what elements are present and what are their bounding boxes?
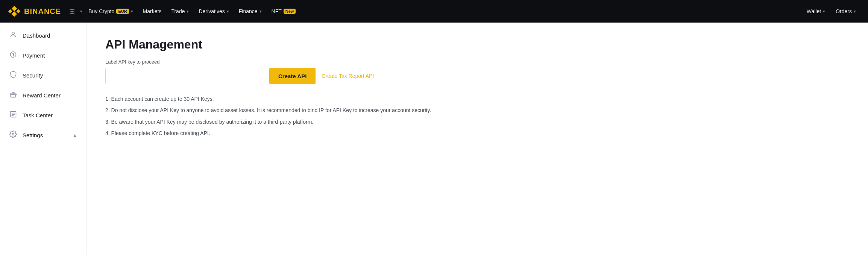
shield-icon bbox=[9, 71, 17, 80]
svg-marker-2 bbox=[16, 9, 20, 14]
nav-item-derivatives[interactable]: Derivatives ▾ bbox=[195, 0, 232, 23]
input-label: Label API key to proceed bbox=[105, 59, 849, 65]
sidebar-item-settings[interactable]: Settings ▲ bbox=[0, 125, 86, 145]
settings-icon bbox=[9, 131, 17, 140]
main-layout: Dashboard Payment Security bbox=[0, 23, 868, 255]
nav-item-trade[interactable]: Trade ▾ bbox=[167, 0, 193, 23]
top-navigation: BINANCE ⊞ ▾ Buy Crypto EUR ▾ Markets Tra… bbox=[0, 0, 868, 23]
buy-crypto-arrow: ▾ bbox=[131, 9, 133, 14]
notes-list: 1. Each account can create up to 30 API … bbox=[105, 95, 849, 138]
note-2: 2. Do not disclose your API Key to anyon… bbox=[105, 106, 849, 114]
grid-menu-arrow[interactable]: ▾ bbox=[80, 9, 82, 14]
dollar-icon bbox=[9, 51, 17, 60]
note-3: 3. Be aware that your API Key may be dis… bbox=[105, 118, 849, 126]
svg-rect-7 bbox=[11, 95, 15, 97]
nav-item-markets[interactable]: Markets bbox=[139, 0, 165, 23]
eur-badge: EUR bbox=[116, 9, 129, 14]
note-1: 1. Each account can create up to 30 API … bbox=[105, 95, 849, 103]
svg-marker-3 bbox=[12, 11, 17, 17]
api-key-input[interactable] bbox=[105, 68, 263, 84]
svg-point-9 bbox=[12, 134, 14, 135]
create-api-button[interactable]: Create API bbox=[269, 68, 316, 84]
svg-point-4 bbox=[12, 32, 15, 35]
nav-wallet[interactable]: Wallet ▾ bbox=[802, 0, 830, 23]
reward-icon bbox=[9, 91, 17, 100]
logo[interactable]: BINANCE bbox=[8, 5, 61, 18]
svg-marker-1 bbox=[8, 9, 12, 14]
finance-arrow: ▾ bbox=[259, 9, 262, 14]
api-input-row: Create API Create Tax Report API bbox=[105, 68, 849, 84]
sidebar-item-task-center[interactable]: Task Center bbox=[0, 105, 86, 125]
nav-orders[interactable]: Orders ▾ bbox=[831, 0, 860, 23]
settings-expand-icon: ▲ bbox=[73, 133, 77, 138]
nav-item-nft[interactable]: NFT New bbox=[268, 0, 300, 23]
note-4: 4. Please complete KYC before creating A… bbox=[105, 129, 849, 137]
wallet-arrow: ▾ bbox=[823, 9, 825, 14]
sidebar-item-dashboard[interactable]: Dashboard bbox=[0, 26, 86, 46]
person-icon bbox=[9, 31, 17, 40]
task-icon bbox=[9, 111, 17, 120]
new-badge: New bbox=[284, 9, 296, 14]
create-tax-report-link[interactable]: Create Tax Report API bbox=[322, 73, 374, 79]
sidebar-item-security[interactable]: Security bbox=[0, 65, 86, 85]
derivatives-arrow: ▾ bbox=[227, 9, 229, 14]
orders-arrow: ▾ bbox=[854, 9, 856, 14]
sidebar-item-payment[interactable]: Payment bbox=[0, 46, 86, 65]
sidebar: Dashboard Payment Security bbox=[0, 23, 86, 255]
nav-item-buy-crypto[interactable]: Buy Crypto EUR ▾ bbox=[85, 0, 137, 23]
trade-arrow: ▾ bbox=[187, 9, 189, 14]
binance-logo-text: BINANCE bbox=[24, 7, 61, 16]
svg-marker-0 bbox=[12, 6, 17, 11]
nav-item-finance[interactable]: Finance ▾ bbox=[235, 0, 266, 23]
nav-right-area: Wallet ▾ Orders ▾ bbox=[802, 0, 860, 23]
content-area: API Management Label API key to proceed … bbox=[86, 23, 868, 255]
grid-menu-button[interactable]: ⊞ bbox=[67, 6, 77, 17]
binance-logo-icon bbox=[8, 5, 21, 18]
sidebar-item-reward-center[interactable]: Reward Center bbox=[0, 85, 86, 105]
page-title: API Management bbox=[105, 38, 849, 52]
